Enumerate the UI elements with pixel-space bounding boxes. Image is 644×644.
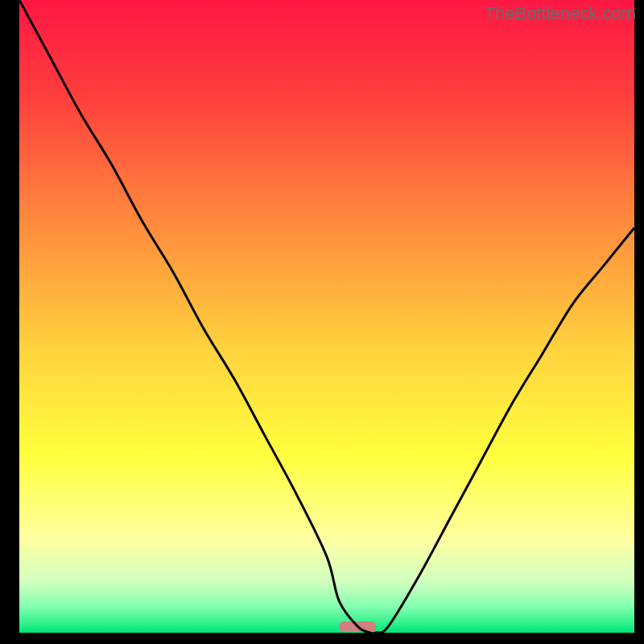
bottleneck-chart: TheBottleneck.com [0, 0, 644, 644]
plot-background [19, 0, 634, 633]
attribution-text: TheBottleneck.com [485, 3, 636, 24]
chart-svg [0, 0, 644, 644]
